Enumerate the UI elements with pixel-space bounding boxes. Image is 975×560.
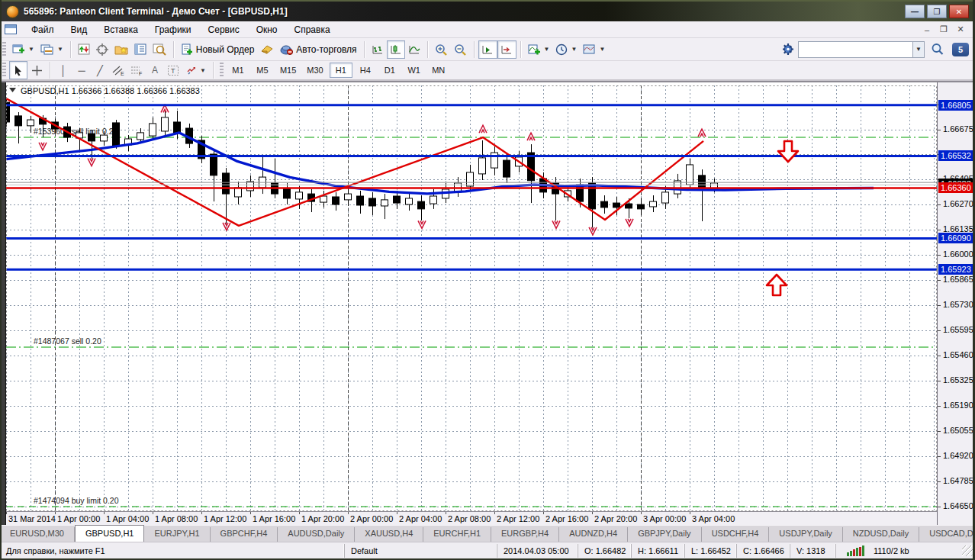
toolbar-grip[interactable]: [2, 42, 6, 57]
price-tick-label: 1.65325: [943, 375, 973, 385]
symbol-marker-icon[interactable]: [9, 88, 16, 92]
tab-GBPUSD,H1[interactable]: GBPUSD,H1: [75, 525, 145, 542]
menu-item-Сервис[interactable]: Сервис: [200, 22, 248, 37]
child-minimize-icon[interactable]: –: [920, 24, 934, 35]
zoom-in-button[interactable]: [432, 40, 451, 59]
zoom-out-button[interactable]: [451, 40, 470, 59]
timeframe-H4[interactable]: H4: [354, 63, 377, 78]
tab-EURUSD,M30[interactable]: EURUSD,M30: [0, 527, 75, 542]
tab-EURJPY,H1[interactable]: EURJPY,H1: [144, 527, 210, 542]
tab-USDCAD,Daily[interactable]: USDCAD,Daily: [919, 527, 975, 542]
timeframe-M1[interactable]: M1: [227, 63, 249, 78]
arrows-tool-button[interactable]: ▼: [182, 61, 209, 79]
channel-tool-button[interactable]: E: [109, 61, 127, 79]
profiles-button[interactable]: ▼: [37, 40, 66, 59]
experts-button[interactable]: [257, 40, 277, 59]
app-logo-icon: [6, 5, 19, 18]
child-restore-icon[interactable]: ❐: [937, 24, 951, 35]
tab-AUDNZD,H4[interactable]: AUDNZD,H4: [559, 527, 628, 542]
window-title: 565896: Panteon Client Terminal - Демо С…: [24, 6, 288, 17]
favorites-button[interactable]: [111, 40, 131, 59]
bar-chart-mode-button[interactable]: [368, 40, 387, 59]
time-tick-mark: [543, 512, 544, 514]
buy-block-arrow-icon[interactable]: [767, 275, 787, 295]
search-dropdown-button[interactable]: ▼: [912, 41, 925, 58]
new-chart-button[interactable]: ▼: [9, 40, 37, 59]
indicators-button[interactable]: ▼: [525, 40, 553, 59]
menu-item-Файл[interactable]: Файл: [23, 22, 63, 37]
tab-AUDUSD,Daily[interactable]: AUDUSD,Daily: [278, 527, 355, 542]
symbol-search: ▼: [798, 41, 925, 58]
tab-NZDUSD,Daily[interactable]: NZDUSD,Daily: [843, 527, 919, 542]
status-profile[interactable]: Default: [345, 544, 497, 558]
resize-grip[interactable]: [962, 546, 973, 556]
text-tool-button[interactable]: A: [146, 61, 164, 79]
periods-button[interactable]: ▼: [552, 40, 580, 59]
cursor-tool-button[interactable]: [9, 61, 27, 79]
menu-item-Вид[interactable]: Вид: [63, 22, 96, 37]
vline-tool-button[interactable]: │: [54, 61, 72, 79]
new-order-button[interactable]: Новый Ордер: [178, 40, 257, 59]
autotrade-button[interactable]: Авто-торговля: [277, 40, 359, 59]
search-button[interactable]: [928, 40, 948, 59]
notifications-badge[interactable]: 5: [952, 43, 969, 56]
timeframe-M5[interactable]: M5: [251, 63, 274, 78]
symbol-search-input[interactable]: [798, 41, 912, 58]
timeframe-W1[interactable]: W1: [403, 63, 426, 78]
swing-up-arrow-icon: [527, 133, 535, 140]
trendline-tool-button[interactable]: ╱: [91, 61, 109, 79]
status-close: C: 1.66466: [737, 544, 790, 558]
close-button[interactable]: ✕: [949, 5, 969, 18]
templates-button[interactable]: ▼: [580, 40, 608, 59]
timeframe-H1[interactable]: H1: [330, 63, 352, 78]
candle-chart-mode-button[interactable]: [387, 40, 405, 59]
tab-USDCHF,H4[interactable]: USDCHF,H4: [702, 527, 770, 542]
tab-EURGBP,H4[interactable]: EURGBP,H4: [491, 527, 559, 542]
timeframe-D1[interactable]: D1: [378, 63, 401, 78]
menu-item-Вставка[interactable]: Вставка: [95, 22, 146, 37]
zigzag-trend-line[interactable]: [6, 98, 703, 226]
menu-item-Окно[interactable]: Окно: [248, 22, 286, 37]
menu-item-Справка[interactable]: Справка: [286, 22, 339, 37]
crosshair-tool-button[interactable]: [27, 61, 46, 79]
line-chart-mode-button[interactable]: [405, 40, 423, 59]
new-order-icon: [181, 43, 194, 56]
market-watch-button[interactable]: [75, 40, 93, 59]
price-tick-mark: [938, 406, 941, 407]
child-close-icon[interactable]: ✕: [954, 24, 967, 35]
toolbar-grip[interactable]: [2, 63, 6, 78]
settings-button[interactable]: [778, 40, 798, 59]
sell-block-arrow-icon[interactable]: [778, 141, 798, 162]
minimize-button[interactable]: —: [905, 5, 925, 18]
chart-shift-button[interactable]: [497, 40, 516, 59]
line-chart-icon: [408, 43, 420, 56]
tab-USDJPY,Daily[interactable]: USDJPY,Daily: [769, 527, 843, 542]
tester-button[interactable]: [150, 40, 169, 59]
label-tool-button[interactable]: T: [164, 61, 182, 79]
auto-scroll-button[interactable]: [478, 40, 497, 59]
price-axis[interactable]: 1.668101.666751.665401.664051.662701.661…: [937, 82, 973, 526]
maximize-button[interactable]: ❐: [927, 5, 947, 18]
status-volume: V: 1318: [790, 544, 836, 558]
menu-item-Графики[interactable]: Графики: [146, 22, 200, 37]
data-window-button[interactable]: [131, 40, 150, 59]
fibonacci-tool-button[interactable]: F: [127, 61, 146, 79]
svg-text:E: E: [121, 71, 124, 76]
price-chart[interactable]: #1539604 sell limit 0.20#1487067 sell 0.…: [6, 85, 937, 511]
price-tick-label: 1.65190: [943, 401, 973, 410]
tab-EURCHF,H1[interactable]: EURCHF,H1: [423, 527, 491, 542]
tab-GBPCHF,H4[interactable]: GBPCHF,H4: [211, 527, 278, 542]
chart-window-icon: [5, 24, 17, 34]
time-axis[interactable]: 31 Mar 20141 Apr 00:001 Apr 04:001 Apr 0…: [6, 511, 937, 526]
tab-XAUUSD,H4[interactable]: XAUUSD,H4: [355, 527, 423, 542]
tab-GBPJPY,Daily[interactable]: GBPJPY,Daily: [628, 527, 702, 542]
moving-average-line[interactable]: [6, 133, 874, 194]
timeframe-MN[interactable]: MN: [427, 63, 450, 78]
hline-tool-button[interactable]: ─: [72, 61, 91, 79]
toolbar-grip[interactable]: [220, 63, 224, 78]
timeframe-M15[interactable]: M15: [275, 63, 301, 78]
crosshair-window-button[interactable]: [93, 40, 111, 59]
price-tick-label: 1.65865: [943, 275, 973, 284]
chart-tabs-bar: EURUSD,M30GBPUSD,H1EURJPY,H1GBPCHF,H4AUD…: [0, 525, 975, 542]
timeframe-M30[interactable]: M30: [302, 63, 327, 78]
